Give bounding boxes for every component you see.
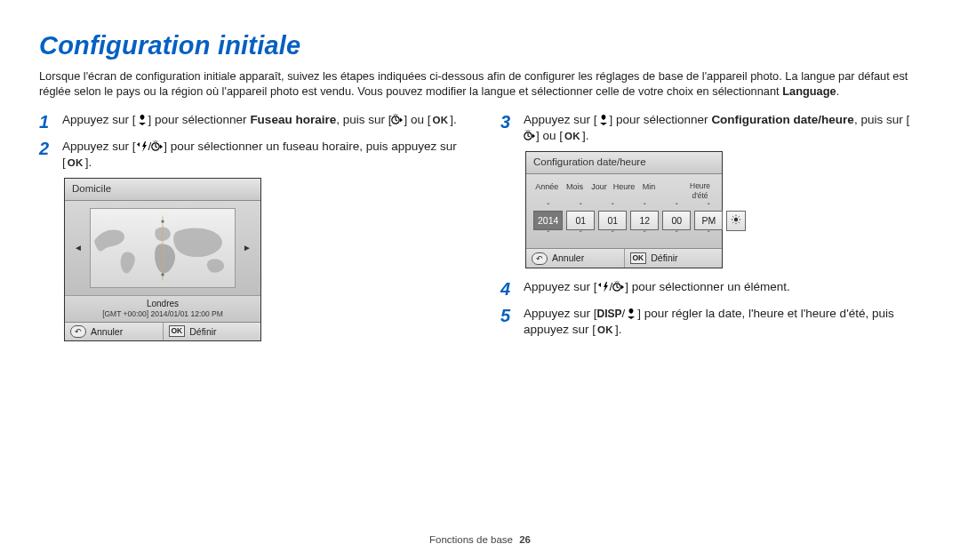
dt-year[interactable]: 2014: [533, 211, 563, 230]
flash-left-icon: [597, 281, 610, 293]
step-2: 2 Appuyez sur [/] pour sélectionner un f…: [39, 139, 460, 171]
dt-month[interactable]: 01: [566, 211, 595, 230]
macro-down-icon: [625, 308, 637, 320]
tz-prev-arrow[interactable]: ◄: [72, 241, 84, 255]
dt-hour[interactable]: 12: [630, 211, 659, 230]
step-1: 1 Appuyez sur [] pour sélectionner Fusea…: [39, 112, 460, 132]
svg-point-3: [161, 220, 164, 222]
sun-icon: [731, 214, 741, 225]
svg-line-11: [733, 217, 734, 218]
flash-left-icon: [136, 140, 148, 153]
step-4: 4 Appuyez sur [/] pour sélectionner un é…: [500, 279, 921, 299]
tz-city: Londres: [65, 298, 260, 310]
page-title: Configuration initiale: [39, 28, 921, 63]
macro-down-icon: [136, 114, 148, 126]
world-map-icon: [91, 209, 235, 287]
ok-icon: OK: [66, 156, 85, 171]
return-icon: ↶: [70, 325, 86, 338]
svg-point-6: [734, 218, 738, 221]
svg-line-14: [739, 217, 740, 218]
macro-down-icon: [597, 114, 610, 126]
dt-set-button[interactable]: OK Définir: [624, 249, 723, 267]
svg-line-13: [733, 222, 734, 223]
return-icon: ↶: [532, 252, 548, 265]
tz-cancel-button[interactable]: ↶ Annuler: [65, 323, 163, 340]
tz-next-arrow[interactable]: ►: [241, 241, 253, 255]
intro-text: Lorsque l'écran de configuration initial…: [39, 68, 921, 100]
page-footer: Fonctions de base 26: [39, 533, 921, 553]
chevron-up-icon[interactable]: ˆ: [547, 203, 549, 211]
dt-day[interactable]: 01: [598, 211, 627, 230]
dt-ampm[interactable]: PM: [694, 211, 723, 230]
step-3: 3 Appuyez sur [] pour sélectionner Confi…: [500, 112, 921, 144]
tz-gmt: [GMT +00:00] 2014/01/01 12:00 PM: [65, 309, 260, 319]
ok-small-icon: OK: [630, 252, 647, 264]
dt-cancel-button[interactable]: ↶ Annuler: [526, 249, 624, 267]
disp-icon: DISP: [597, 308, 622, 320]
ok-icon: OK: [563, 130, 582, 144]
step-5: 5 Appuyez sur [DISP/] pour régler la dat…: [500, 306, 921, 338]
svg-line-12: [739, 222, 740, 223]
timer-right-icon: [524, 130, 536, 142]
chevron-down-icon[interactable]: ˇ: [547, 230, 549, 238]
tz-titlebar: Domicile: [65, 179, 260, 201]
ok-icon: OK: [596, 324, 615, 338]
tz-set-button[interactable]: OK Définir: [163, 323, 261, 340]
dt-dst[interactable]: [726, 211, 746, 231]
ok-small-icon: OK: [169, 325, 186, 337]
ok-icon: OK: [430, 114, 450, 128]
timer-right-icon: [151, 140, 164, 153]
datetime-screen: Configuration date/heure Année Mois Jour…: [525, 151, 723, 268]
timer-right-icon: [612, 281, 625, 293]
dt-min[interactable]: 00: [662, 211, 691, 230]
dt-titlebar: Configuration date/heure: [526, 152, 722, 174]
svg-point-4: [161, 273, 164, 276]
timer-right-icon: [391, 114, 404, 126]
timezone-screen: Domicile ◄: [64, 178, 261, 341]
